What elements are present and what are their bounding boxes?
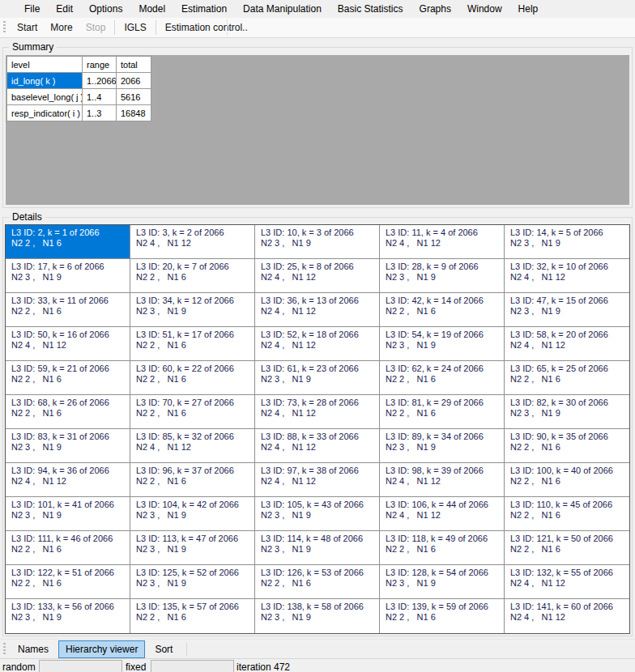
- detail-cell-counts-line: N2 3 , N1 9: [261, 510, 377, 521]
- detail-cell-k2[interactable]: L3 ID: 3, k = 2 of 2066N2 4 , N1 12: [130, 225, 255, 259]
- detail-cell-k6[interactable]: L3 ID: 17, k = 6 of 2066N2 3 , N1 9: [6, 259, 130, 293]
- summary-cell-level[interactable]: baselevel_long( j ): [7, 89, 82, 104]
- detail-cell-k11[interactable]: L3 ID: 33, k = 11 of 2066N2 2 , N1 6: [6, 293, 130, 327]
- detail-cell-counts-line: N2 3 , N1 9: [510, 408, 628, 419]
- menu-item-window[interactable]: Window: [459, 1, 510, 17]
- detail-cell-k27[interactable]: L3 ID: 70, k = 27 of 2066N2 2 , N1 6: [130, 395, 255, 429]
- detail-cell-k29[interactable]: L3 ID: 81, k = 29 of 2066N2 2 , N1 6: [380, 395, 505, 429]
- detail-cell-k21[interactable]: L3 ID: 59, k = 21 of 2066N2 2 , N1 6: [6, 361, 130, 395]
- detail-cell-k33[interactable]: L3 ID: 88, k = 33 of 2066N2 4 , N1 12: [255, 429, 380, 463]
- summary-cell-total[interactable]: 16848: [117, 105, 151, 121]
- detail-cell-k44[interactable]: L3 ID: 106, k = 44 of 2066N2 4 , N1 12: [380, 497, 505, 531]
- detail-cell-k39[interactable]: L3 ID: 98, k = 39 of 2066N2 4 , N1 12: [380, 463, 505, 497]
- menu-item-file[interactable]: File: [16, 1, 48, 17]
- detail-cell-k56[interactable]: L3 ID: 133, k = 56 of 2066N2 3 , N1 9: [6, 599, 130, 633]
- detail-cell-k13[interactable]: L3 ID: 36, k = 13 of 2066N2 4 , N1 12: [255, 293, 380, 327]
- toolbar-separator: [156, 20, 156, 35]
- tab-hierarchy-viewer[interactable]: Hierarchy viewer: [58, 640, 145, 658]
- detail-cell-k17[interactable]: L3 ID: 51, k = 17 of 2066N2 2 , N1 6: [130, 327, 255, 361]
- detail-cell-k48[interactable]: L3 ID: 114, k = 48 of 2066N2 3 , N1 9: [255, 531, 380, 565]
- start-button[interactable]: Start: [11, 19, 44, 36]
- detail-cell-k50[interactable]: L3 ID: 121, k = 50 of 2066N2 2 , N1 6: [505, 531, 629, 565]
- detail-cell-counts-line: N2 3 , N1 9: [11, 442, 128, 453]
- detail-cell-k14[interactable]: L3 ID: 42, k = 14 of 2066N2 2 , N1 6: [380, 293, 505, 327]
- menu-item-data-manipulation[interactable]: Data Manipulation: [235, 1, 330, 17]
- detail-cell-k49[interactable]: L3 ID: 118, k = 49 of 2066N2 2 , N1 6: [380, 531, 505, 565]
- summary-cell-range[interactable]: 1..3: [83, 105, 116, 121]
- detail-cell-id-line: L3 ID: 61, k = 23 of 2066: [261, 364, 377, 374]
- menu-item-options[interactable]: Options: [81, 1, 130, 17]
- detail-cell-k3[interactable]: L3 ID: 10, k = 3 of 2066N2 3 , N1 9: [255, 225, 380, 259]
- detail-cell-k58[interactable]: L3 ID: 138, k = 58 of 2066N2 3 , N1 9: [255, 599, 380, 633]
- detail-cell-k10[interactable]: L3 ID: 32, k = 10 of 2066N2 4 , N1 12: [505, 259, 629, 293]
- detail-cell-k28[interactable]: L3 ID: 73, k = 28 of 2066N2 4 , N1 12: [255, 395, 380, 429]
- detail-cell-k37[interactable]: L3 ID: 96, k = 37 of 2066N2 2 , N1 6: [130, 463, 255, 497]
- summary-cell-level[interactable]: resp_indicator( i ): [7, 105, 82, 121]
- detail-cell-k16[interactable]: L3 ID: 50, k = 16 of 2066N2 4 , N1 12: [6, 327, 130, 361]
- detail-cell-k23[interactable]: L3 ID: 61, k = 23 of 2066N2 3 , N1 9: [255, 361, 380, 395]
- summary-cell-range[interactable]: 1..2066: [83, 73, 116, 88]
- detail-cell-counts-line: N2 2 , N1 6: [136, 272, 253, 283]
- detail-cell-k57[interactable]: L3 ID: 135, k = 57 of 2066N2 2 , N1 6: [130, 599, 255, 633]
- tab-names[interactable]: Names: [11, 640, 56, 658]
- detail-cell-k55[interactable]: L3 ID: 132, k = 55 of 2066N2 4 , N1 12: [505, 565, 629, 599]
- detail-cell-k51[interactable]: L3 ID: 122, k = 51 of 2066N2 2 , N1 6: [6, 565, 130, 599]
- menu-item-help[interactable]: Help: [510, 1, 547, 17]
- detail-cell-k32[interactable]: L3 ID: 85, k = 32 of 2066N2 4 , N1 12: [130, 429, 255, 463]
- summary-cell-range[interactable]: 1..4: [83, 89, 116, 104]
- detail-cell-k25[interactable]: L3 ID: 65, k = 25 of 2066N2 2 , N1 6: [505, 361, 629, 395]
- detail-cell-k35[interactable]: L3 ID: 90, k = 35 of 2066N2 2 , N1 6: [505, 429, 629, 463]
- menu-item-edit[interactable]: Edit: [48, 1, 81, 17]
- detail-cell-k40[interactable]: L3 ID: 100, k = 40 of 2066N2 2 , N1 6: [505, 463, 629, 497]
- detail-cell-k46[interactable]: L3 ID: 111, k = 46 of 2066N2 2 , N1 6: [6, 531, 130, 565]
- detail-cell-k38[interactable]: L3 ID: 97, k = 38 of 2066N2 4 , N1 12: [255, 463, 380, 497]
- details-group-label: Details: [9, 211, 45, 223]
- detail-cell-id-line: L3 ID: 94, k = 36 of 2066: [11, 466, 128, 476]
- menu-item-model[interactable]: Model: [130, 1, 173, 17]
- detail-cell-id-line: L3 ID: 36, k = 13 of 2066: [261, 296, 377, 306]
- summary-cell-level[interactable]: id_long( k ): [7, 73, 82, 88]
- detail-cell-k36[interactable]: L3 ID: 94, k = 36 of 2066N2 4 , N1 12: [6, 463, 130, 497]
- menu-item-estimation[interactable]: Estimation: [173, 1, 235, 17]
- detail-cell-k31[interactable]: L3 ID: 83, k = 31 of 2066N2 3 , N1 9: [6, 429, 130, 463]
- detail-cell-k54[interactable]: L3 ID: 128, k = 54 of 2066N2 3 , N1 9: [380, 565, 505, 599]
- detail-cell-k8[interactable]: L3 ID: 25, k = 8 of 2066N2 4 , N1 12: [255, 259, 380, 293]
- menu-item-graphs[interactable]: Graphs: [411, 1, 459, 17]
- detail-cell-k7[interactable]: L3 ID: 20, k = 7 of 2066N2 2 , N1 6: [130, 259, 255, 293]
- detail-cell-k30[interactable]: L3 ID: 82, k = 30 of 2066N2 3 , N1 9: [505, 395, 629, 429]
- detail-cell-k24[interactable]: L3 ID: 62, k = 24 of 2066N2 2 , N1 6: [380, 361, 505, 395]
- detail-cell-k19[interactable]: L3 ID: 54, k = 19 of 2066N2 3 , N1 9: [380, 327, 505, 361]
- detail-cell-k18[interactable]: L3 ID: 52, k = 18 of 2066N2 4 , N1 12: [255, 327, 380, 361]
- detail-cell-k42[interactable]: L3 ID: 104, k = 42 of 2066N2 3 , N1 9: [130, 497, 255, 531]
- detail-cell-k12[interactable]: L3 ID: 34, k = 12 of 2066N2 3 , N1 9: [130, 293, 255, 327]
- detail-cell-k20[interactable]: L3 ID: 58, k = 20 of 2066N2 4 , N1 12: [505, 327, 629, 361]
- toolbar-grip-handle[interactable]: [3, 21, 6, 34]
- detail-cell-k5[interactable]: L3 ID: 14, k = 5 of 2066N2 3 , N1 9: [505, 225, 629, 259]
- detail-cell-counts-line: N2 3 , N1 9: [11, 510, 128, 521]
- detail-cell-k22[interactable]: L3 ID: 60, k = 22 of 2066N2 2 , N1 6: [130, 361, 255, 395]
- detail-cell-k9[interactable]: L3 ID: 28, k = 9 of 2066N2 3 , N1 9: [380, 259, 505, 293]
- summary-cell-total[interactable]: 2066: [117, 73, 151, 88]
- more-button[interactable]: More: [44, 19, 79, 36]
- tabbar-grip-handle[interactable]: [3, 643, 6, 656]
- detail-cell-k26[interactable]: L3 ID: 68, k = 26 of 2066N2 2 , N1 6: [6, 395, 130, 429]
- detail-cell-k43[interactable]: L3 ID: 105, k = 43 of 2066N2 3 , N1 9: [255, 497, 380, 531]
- detail-cell-id-line: L3 ID: 90, k = 35 of 2066: [510, 432, 628, 442]
- tab-sort[interactable]: Sort: [147, 640, 180, 658]
- detail-cell-k52[interactable]: L3 ID: 125, k = 52 of 2066N2 3 , N1 9: [130, 565, 255, 599]
- detail-cell-k41[interactable]: L3 ID: 101, k = 41 of 2066N2 3 , N1 9: [6, 497, 130, 531]
- detail-cell-k45[interactable]: L3 ID: 110, k = 45 of 2066N2 2 , N1 6: [505, 497, 629, 531]
- detail-cell-k34[interactable]: L3 ID: 89, k = 34 of 2066N2 3 , N1 9: [380, 429, 505, 463]
- detail-cell-k15[interactable]: L3 ID: 47, k = 15 of 2066N2 3 , N1 9: [505, 293, 629, 327]
- estimation-control-button[interactable]: Estimation control..: [159, 19, 254, 36]
- detail-cell-k47[interactable]: L3 ID: 113, k = 47 of 2066N2 3 , N1 9: [130, 531, 255, 565]
- detail-cell-k53[interactable]: L3 ID: 126, k = 53 of 2066N2 2 , N1 6: [255, 565, 380, 599]
- detail-cell-k4[interactable]: L3 ID: 11, k = 4 of 2066N2 4 , N1 12: [380, 225, 505, 259]
- summary-cell-total[interactable]: 5616: [117, 89, 151, 104]
- detail-cell-id-line: L3 ID: 10, k = 3 of 2066: [261, 228, 377, 238]
- igls-button[interactable]: IGLS: [117, 19, 152, 36]
- detail-cell-k60[interactable]: L3 ID: 141, k = 60 of 2066N2 4 , N1 12: [505, 599, 629, 633]
- menu-item-basic-statistics[interactable]: Basic Statistics: [330, 1, 411, 17]
- detail-cell-k59[interactable]: L3 ID: 139, k = 59 of 2066N2 2 , N1 6: [380, 599, 505, 633]
- detail-cell-k1[interactable]: L3 ID: 2, k = 1 of 2066N2 2 , N1 6: [6, 225, 130, 259]
